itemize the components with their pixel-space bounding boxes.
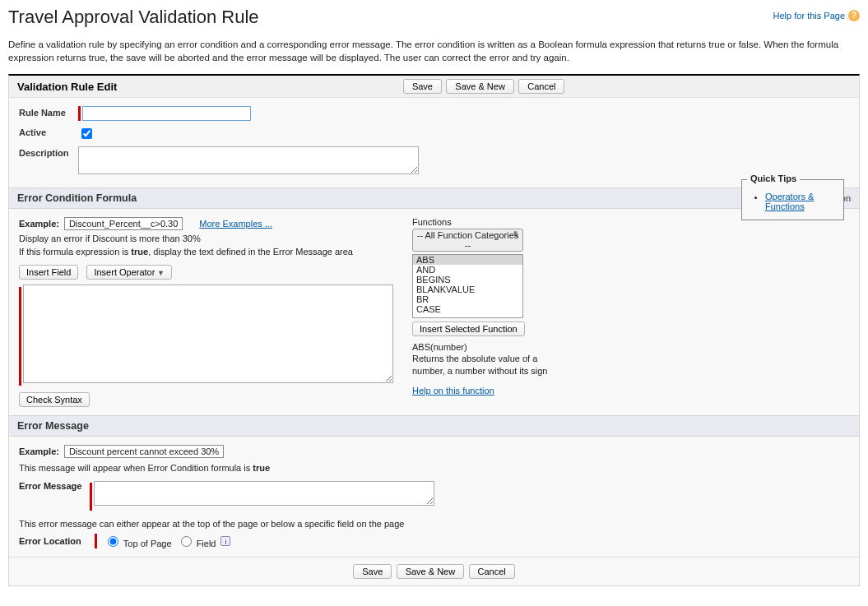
description-label: Description — [19, 146, 78, 158]
error-message-title: Error Message — [17, 420, 89, 432]
operators-functions-link[interactable]: Operators & Functions — [765, 192, 814, 211]
required-indicator — [95, 534, 97, 548]
save-and-new-button[interactable]: Save & New — [446, 79, 514, 94]
check-syntax-button[interactable]: Check Syntax — [19, 392, 90, 407]
error-location-hint: This error message can either appear at … — [19, 519, 849, 529]
error-location-label: Error Location — [19, 536, 90, 546]
function-list-item[interactable]: BEGINS — [413, 275, 522, 284]
error-message-label: Error Message — [19, 481, 90, 491]
active-checkbox[interactable] — [81, 128, 92, 139]
save-button-footer[interactable]: Save — [353, 564, 392, 579]
quick-tips-title: Quick Tips — [747, 173, 800, 183]
info-icon[interactable]: i — [220, 536, 230, 546]
function-list-item[interactable]: BR — [413, 294, 522, 304]
example-label: Example: — [19, 219, 59, 229]
error-example-label: Example: — [19, 446, 59, 456]
active-label: Active — [19, 126, 78, 137]
help-for-page-text: Help for this Page — [773, 11, 845, 21]
insert-field-button[interactable]: Insert Field — [19, 265, 78, 280]
save-button[interactable]: Save — [403, 79, 442, 94]
formula-textarea[interactable] — [23, 284, 393, 383]
rule-name-input[interactable] — [82, 106, 251, 121]
help-icon: ? — [848, 10, 860, 21]
top-of-page-radio-label[interactable]: Top of Page — [104, 534, 172, 548]
field-radio[interactable] — [181, 536, 192, 547]
field-radio-label[interactable]: Field — [177, 534, 216, 548]
error-appear-hint: This message will appear when Error Cond… — [19, 463, 849, 473]
function-list-item[interactable]: BLANKVALUE — [413, 284, 522, 294]
page-title: Travel Approval Validation Rule — [8, 7, 259, 28]
error-condition-formula-title: Error Condition Formula — [17, 192, 137, 204]
more-examples-link[interactable]: More Examples ... — [199, 219, 272, 229]
help-on-function-link[interactable]: Help on this function — [412, 386, 494, 396]
example-hint: Display an error if Discount is more tha… — [19, 234, 397, 243]
error-message-textarea[interactable] — [94, 481, 434, 506]
save-and-new-button-footer[interactable]: Save & New — [397, 564, 465, 579]
help-for-page-link[interactable]: Help for this Page ? — [773, 10, 860, 21]
function-category-select[interactable]: -- All Function Categories -- — [412, 229, 523, 252]
required-indicator — [19, 287, 21, 386]
function-list[interactable]: ABSANDBEGINSBLANKVALUEBRCASE — [412, 254, 523, 318]
function-list-item[interactable]: ABS — [413, 255, 522, 265]
quick-tips-box: Quick Tips Operators & Functions — [741, 179, 844, 220]
function-list-item[interactable]: CASE — [413, 304, 522, 314]
example-formula-box: Discount_Percent__c>0.30 — [64, 217, 183, 230]
function-description: ABS(number) Returns the absolute value o… — [412, 341, 560, 377]
function-list-item[interactable]: AND — [413, 265, 522, 275]
rule-name-label: Rule Name — [19, 106, 78, 118]
true-hint: If this formula expression is true, disp… — [19, 247, 397, 257]
top-of-page-radio[interactable] — [108, 536, 118, 547]
required-indicator — [90, 483, 92, 511]
required-indicator — [78, 106, 81, 121]
panel-title: Validation Rule Edit — [17, 81, 117, 93]
cancel-button-footer[interactable]: Cancel — [469, 564, 515, 579]
functions-label: Functions — [412, 217, 560, 227]
insert-selected-function-button[interactable]: Insert Selected Function — [412, 322, 525, 336]
insert-operator-button[interactable]: Insert Operator — [86, 265, 171, 280]
cancel-button[interactable]: Cancel — [518, 79, 564, 94]
error-example-box: Discount percent cannot exceed 30% — [64, 445, 224, 458]
description-textarea[interactable] — [78, 146, 419, 174]
page-description: Define a validation rule by specifying a… — [8, 38, 860, 64]
